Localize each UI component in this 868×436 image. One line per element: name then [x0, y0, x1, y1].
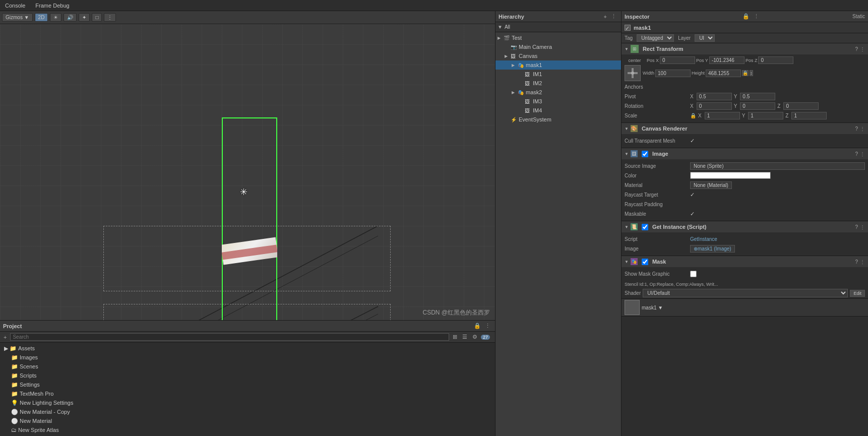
tree-icon-mask2: 🎭: [518, 90, 525, 95]
assets-folder[interactable]: ▶ 📁 Assets: [0, 344, 495, 353]
image-header[interactable]: ▼ 🖼 Image ? ⋮: [622, 148, 868, 159]
project-item-images[interactable]: 📁Images: [0, 353, 495, 362]
shader-select[interactable]: UI/Default: [643, 289, 848, 297]
get-instance-info-btn[interactable]: ?: [855, 224, 858, 230]
width-input[interactable]: [655, 70, 691, 77]
project-item-scenes[interactable]: 📁Scenes: [0, 362, 495, 371]
project-item-textmeshpro[interactable]: 📁TextMesh Pro: [0, 389, 495, 398]
project-search[interactable]: [10, 333, 449, 341]
hierarchy-item-im3[interactable]: 🖼IM3: [495, 97, 621, 106]
tree-label-mask2: mask2: [526, 89, 542, 95]
lighting-toggle[interactable]: ☀: [50, 13, 61, 22]
script-value: GetInstance: [690, 236, 717, 242]
posz-input[interactable]: [758, 56, 793, 64]
2d-toggle[interactable]: 2D: [35, 13, 48, 22]
hierarchy-item-canvas[interactable]: ▶🖼Canvas: [495, 51, 621, 60]
shader-edit-btn[interactable]: Edit: [850, 290, 865, 297]
inspector-lock-btn[interactable]: 🔒: [741, 13, 751, 20]
hierarchy-item-mask2[interactable]: ▶🎭mask2: [495, 88, 621, 97]
rot-z-input[interactable]: [783, 102, 819, 110]
rect-transform-arrow: ▼: [625, 47, 629, 51]
project-item-new-sprite-atlas[interactable]: 🗂New Sprite Atlas: [0, 425, 495, 434]
frame-debug-tab[interactable]: Frame Debug: [33, 3, 71, 9]
audio-toggle[interactable]: 🔊: [64, 13, 77, 22]
tree-icon-test: 🎬: [504, 35, 511, 41]
hierarchy-item-eventsystem[interactable]: ⚡EventSystem: [495, 115, 621, 124]
fx-toggle[interactable]: ✦: [79, 13, 90, 22]
selection-box: [222, 117, 277, 320]
tag-layer-row: Tag Untagged Layer UI: [622, 33, 868, 43]
height-expand-btn[interactable]: ↕: [750, 70, 753, 76]
rect-transform-info-btn[interactable]: ?: [855, 46, 858, 52]
pivot-row: Pivot X Y: [625, 92, 865, 101]
rect-transform-menu-btn[interactable]: ⋮: [860, 46, 865, 52]
maskable-value: ✓: [690, 211, 695, 217]
hierarchy-item-im1[interactable]: 🖼IM1: [495, 70, 621, 79]
hierarchy-add-btn[interactable]: +: [602, 13, 608, 20]
project-lock-btn[interactable]: 🔒: [472, 323, 482, 329]
mask-enabled-checkbox[interactable]: [642, 259, 648, 265]
object-active-checkbox[interactable]: ✓: [625, 25, 631, 31]
hierarchy-item-mask1[interactable]: ▶🎭mask1: [495, 60, 621, 70]
hierarchy-menu-btn[interactable]: ⋮: [609, 13, 618, 20]
image-ref-field[interactable]: ⊕mask1 (Image): [690, 245, 735, 253]
get-instance-menu-btn[interactable]: ⋮: [860, 224, 865, 230]
pivot-x-input[interactable]: [697, 93, 732, 100]
project-item-new-lighting[interactable]: 💡New Lighting Settings: [0, 398, 495, 407]
image-info-btn[interactable]: ?: [855, 151, 858, 157]
scene-view-toggle[interactable]: □: [92, 13, 102, 22]
layer-select[interactable]: UI: [695, 34, 715, 42]
project-menu-btn[interactable]: ⋮: [483, 323, 492, 329]
canvas-renderer-header[interactable]: ▼ 🎨 Canvas Renderer ? ⋮: [622, 123, 868, 134]
image-enabled-checkbox[interactable]: [642, 151, 648, 157]
get-instance-header[interactable]: ▼ 📜 Get Instance (Script) ? ⋮: [622, 221, 868, 232]
maskable-label: Maskable: [625, 211, 690, 217]
source-image-field[interactable]: None (Sprite): [690, 162, 865, 170]
material-field[interactable]: None (Material): [690, 181, 732, 189]
project-item-scripts[interactable]: 📁Scripts: [0, 371, 495, 380]
rect-transform-header[interactable]: ▼ ⊞ Rect Transform ? ⋮: [622, 43, 868, 54]
tag-select[interactable]: Untagged: [637, 34, 674, 42]
grid-toggle[interactable]: ⋮: [104, 13, 116, 22]
inspector-menu-btn[interactable]: ⋮: [752, 13, 761, 20]
rot-y-input[interactable]: [740, 102, 775, 110]
show-mask-graphic-checkbox[interactable]: [690, 271, 697, 277]
mask-menu-btn[interactable]: ⋮: [860, 259, 865, 265]
create-btn[interactable]: +: [2, 334, 8, 340]
project-view-btn1[interactable]: ⊞: [451, 334, 459, 340]
mask-info-btn[interactable]: ?: [855, 259, 858, 265]
project-item-new-material-copy[interactable]: ⚪New Material - Copy: [0, 407, 495, 416]
canvas-renderer-info-btn[interactable]: ?: [855, 126, 858, 132]
canvas-renderer-menu-btn[interactable]: ⋮: [860, 126, 865, 132]
height-lock-btn[interactable]: 🔒: [742, 70, 749, 76]
rot-x-input[interactable]: [697, 102, 732, 110]
get-instance-enabled-checkbox[interactable]: [642, 224, 648, 230]
hierarchy-item-main-camera[interactable]: 📷Main Camera: [495, 42, 621, 51]
gizmos-dropdown[interactable]: Gizmos ▼: [2, 13, 33, 22]
image-menu-btn[interactable]: ⋮: [860, 151, 865, 157]
get-instance-btns: ? ⋮: [855, 224, 865, 230]
posx-input[interactable]: [660, 56, 695, 64]
pivot-x-axis: X: [690, 94, 694, 99]
project-view-btn3[interactable]: ⚙: [471, 334, 479, 340]
pivot-y-input[interactable]: [740, 93, 775, 100]
mask-header[interactable]: ▼ 🎭 Mask ? ⋮: [622, 256, 868, 267]
hierarchy-item-im4[interactable]: 🖼IM4: [495, 106, 621, 115]
project-header-buttons: 🔒 ⋮: [472, 323, 492, 329]
scale-z-input[interactable]: [791, 112, 827, 119]
scale-y-input[interactable]: [748, 112, 783, 119]
posy-input[interactable]: [709, 56, 745, 64]
anchor-preset-icon[interactable]: [625, 65, 641, 81]
project-icon-textmeshpro: 📁: [11, 391, 18, 397]
project-view-btn2[interactable]: ☰: [461, 334, 469, 340]
project-item-settings[interactable]: 📁Settings: [0, 380, 495, 389]
hierarchy-item-test[interactable]: ▶🎬Test: [495, 33, 621, 42]
console-tab[interactable]: Console: [3, 3, 27, 9]
scale-x-input[interactable]: [705, 112, 740, 119]
project-item-new-material[interactable]: ⚪New Material: [0, 416, 495, 425]
hierarchy-item-im2[interactable]: 🖼IM2: [495, 79, 621, 88]
rect-transform-title: Rect Transform: [643, 46, 684, 52]
rotation-label: Rotation: [625, 103, 690, 109]
height-input[interactable]: [706, 70, 741, 77]
color-swatch[interactable]: [690, 172, 771, 179]
